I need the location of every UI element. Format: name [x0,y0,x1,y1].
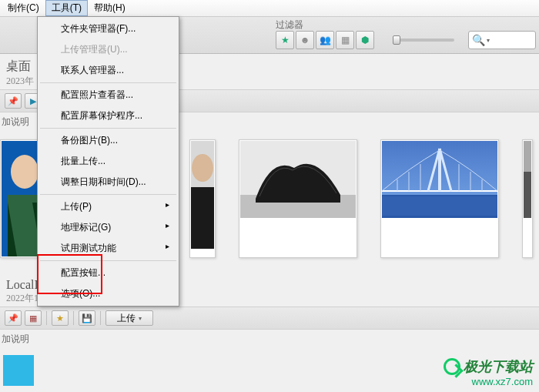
disk-icon: 💾 [82,313,92,323]
description-label[interactable]: 加说明 [0,330,539,349]
photo-thumbnail[interactable] [522,139,533,258]
menu-upload-manager[interactable]: 上传管理器(U)... [39,39,177,60]
pin-add-icon: 📌 [8,313,18,323]
people-icon: 👥 [320,35,331,45]
filter-star-button[interactable]: ★ [276,31,294,49]
play-icon: ▶ [30,96,36,106]
menubar: 制作(C) 工具(T) 帮助(H) [0,0,539,17]
filter-buttons: ★ ☻ 👥 ▦ ⬢ [276,31,374,49]
watermark: 极光下载站 www.xz7.com [444,357,533,387]
chevron-down-icon: ▾ [487,37,490,44]
filter-face-button[interactable]: ☻ [296,31,314,49]
chevron-down-icon: ▾ [139,315,142,322]
search-box[interactable]: 🔍 ▾ [468,31,536,49]
upload-button[interactable]: 上传▾ [105,310,153,326]
menu-backup-image[interactable]: 备份图片(B)... [39,130,177,151]
toolbar-separator [73,311,74,325]
add-pin-button[interactable]: 📌 [5,93,22,109]
zoom-slider[interactable] [393,39,454,42]
svg-rect-18 [382,196,497,216]
photo-thumbnail[interactable] [189,139,216,258]
logo-icon [444,358,460,375]
menu-test-features[interactable]: 试用测试功能▸ [39,238,177,259]
filter-pin-button[interactable]: ⬢ [356,31,374,49]
menu-help[interactable]: 帮助(H) [88,0,132,16]
filter-people-button[interactable]: 👥 [316,31,334,49]
grid-button[interactable]: ▦ [25,310,42,326]
menu-make[interactable]: 制作(C) [2,0,45,16]
menu-tools[interactable]: 工具(T) [45,0,88,16]
portrait-photo [191,141,214,249]
menu-adjust-datetime[interactable]: 调整日期和时间(D)... [39,172,177,193]
section-toolbar: 📌 ▦ ★ 💾 上传▾ [0,307,539,330]
menu-separator [40,82,176,83]
toolbar-separator [100,311,101,325]
svg-point-1 [11,155,38,189]
watermark-brand: 极光下载站 [464,357,533,376]
menu-config-buttons[interactable]: 配置按钮... [39,263,177,283]
menu-options[interactable]: 选项(O)... [39,283,177,304]
watermark-url: www.xz7.com [444,376,533,387]
star-icon: ★ [56,313,64,323]
chevron-right-icon: ▸ [166,242,169,250]
tools-dropdown: 文件夹管理器(F)... 上传管理器(U)... 联系人管理器... 配置照片查… [37,16,179,307]
menu-config-viewer[interactable]: 配置照片查看器... [39,85,177,106]
menu-separator [40,260,176,261]
filter-grid-button[interactable]: ▦ [336,31,354,49]
slider-thumb[interactable] [393,35,400,45]
svg-rect-5 [191,187,214,249]
menu-geotag[interactable]: 地理标记(G)▸ [39,217,177,238]
svg-point-4 [192,154,213,182]
photo-thumbnail[interactable] [380,139,499,258]
face-icon: ☻ [300,35,310,45]
grid-icon: ▦ [341,35,350,45]
pin-icon: ⬢ [361,35,369,45]
menu-config-screensaver[interactable]: 配置屏幕保护程序... [39,106,177,126]
menu-batch-upload[interactable]: 批量上传... [39,151,177,172]
svg-rect-20 [524,172,531,218]
menu-upload[interactable]: 上传(P)▸ [39,196,177,217]
search-icon: 🔍 [472,34,485,46]
star-button[interactable]: ★ [52,310,69,326]
partial-photo [524,141,531,218]
photo-thumbnail[interactable] [3,355,34,386]
save-button[interactable]: 💾 [79,310,95,326]
portrait-photo [2,141,42,256]
menu-contact-manager[interactable]: 联系人管理器... [39,60,177,81]
add-pin-button[interactable]: 📌 [5,310,22,326]
menu-separator [40,128,176,129]
menu-folder-manager[interactable]: 文件夹管理器(F)... [39,18,177,39]
toolbar-separator [46,311,47,325]
chevron-right-icon: ▸ [166,221,169,230]
star-icon: ★ [281,35,290,45]
chevron-right-icon: ▸ [166,200,169,209]
filter-label: 过滤器 [276,18,303,32]
photo-thumbnail[interactable] [239,139,357,258]
pin-add-icon: 📌 [8,96,18,106]
landscape-photo [240,141,356,218]
menu-separator [40,194,176,195]
bridge-photo [382,141,497,218]
grid-icon: ▦ [29,313,37,323]
